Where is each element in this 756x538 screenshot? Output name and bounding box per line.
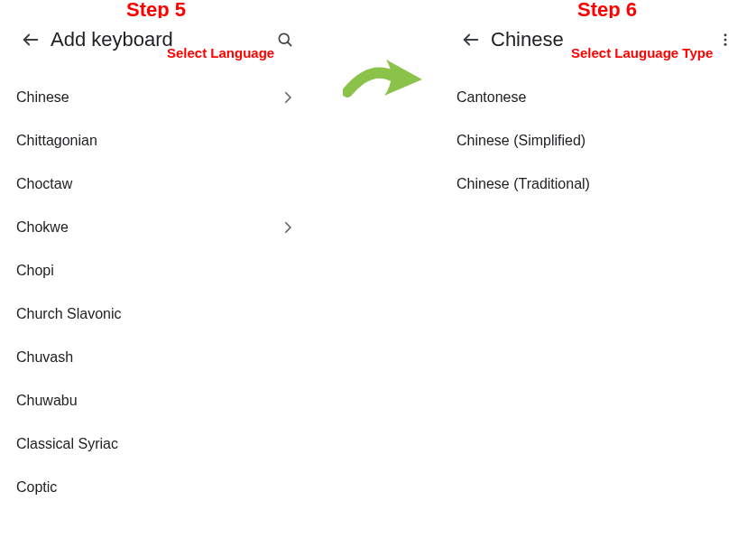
list-item-label: Chinese (Simplified) (456, 133, 736, 149)
annotation-select-language-type: Select Lauguage Type (571, 45, 713, 60)
header-left: Add keyboard Select Language (9, 18, 307, 61)
list-item[interactable]: Chinese (Traditional) (449, 162, 747, 206)
svg-line-2 (288, 42, 291, 46)
list-item-label: Chuvash (16, 349, 296, 366)
list-item[interactable]: Chuwabu (9, 379, 307, 422)
list-item-label: Coptic (16, 479, 296, 496)
search-icon (276, 31, 294, 49)
chevron-right-icon (280, 219, 296, 236)
arrow-left-icon (461, 30, 481, 50)
list-item[interactable]: Chopi (9, 249, 307, 292)
back-button[interactable] (13, 22, 49, 58)
list-item[interactable]: Chokwe (9, 206, 307, 249)
page-title: Chinese (491, 28, 564, 51)
svg-point-4 (724, 33, 727, 36)
list-item[interactable]: Cantonese (449, 76, 747, 119)
list-item[interactable]: Church Slavonic (9, 292, 307, 336)
page-title: Add keyboard (51, 28, 173, 51)
svg-point-5 (724, 39, 727, 42)
arrow-left-icon (21, 30, 41, 50)
list-item[interactable]: Chinese (9, 76, 307, 119)
list-item-label: Classical Syriac (16, 436, 296, 452)
chevron-container (280, 89, 296, 106)
list-item-label: Chuwabu (16, 393, 296, 409)
list-item-label: Cantonese (456, 89, 736, 106)
language-list: ChineseChittagonianChoctawChokweChopiChu… (9, 61, 307, 509)
chevron-right-icon (280, 89, 296, 106)
more-vert-icon (717, 32, 733, 48)
list-item[interactable]: Chittagonian (9, 119, 307, 162)
arrow-right-icon (343, 56, 424, 108)
language-type-list: CantoneseChinese (Simplified)Chinese (Tr… (449, 61, 747, 206)
list-item[interactable]: Classical Syriac (9, 422, 307, 466)
header-right: Chinese Select Lauguage Type (449, 18, 747, 61)
list-item-label: Choctaw (16, 176, 296, 192)
annotation-select-language: Select Language (167, 45, 274, 60)
svg-point-6 (724, 43, 727, 46)
panel-add-keyboard: Add keyboard Select Language ChineseChit… (9, 18, 307, 524)
list-item[interactable]: Chuvash (9, 336, 307, 379)
list-item-label: Chinese (Traditional) (456, 176, 736, 192)
chevron-container (280, 219, 296, 236)
panel-chinese: Chinese Select Lauguage Type CantoneseCh… (449, 18, 747, 524)
list-item-label: Chinese (16, 89, 280, 106)
list-item-label: Chittagonian (16, 133, 296, 149)
list-item[interactable]: Coptic (9, 466, 307, 509)
list-item-label: Chokwe (16, 219, 280, 236)
list-item[interactable]: Choctaw (9, 162, 307, 206)
list-item-label: Church Slavonic (16, 306, 296, 322)
tutorial-arrow (343, 56, 424, 108)
list-item[interactable]: Chinese (Simplified) (449, 119, 747, 162)
list-item-label: Chopi (16, 263, 296, 279)
back-button[interactable] (453, 22, 489, 58)
